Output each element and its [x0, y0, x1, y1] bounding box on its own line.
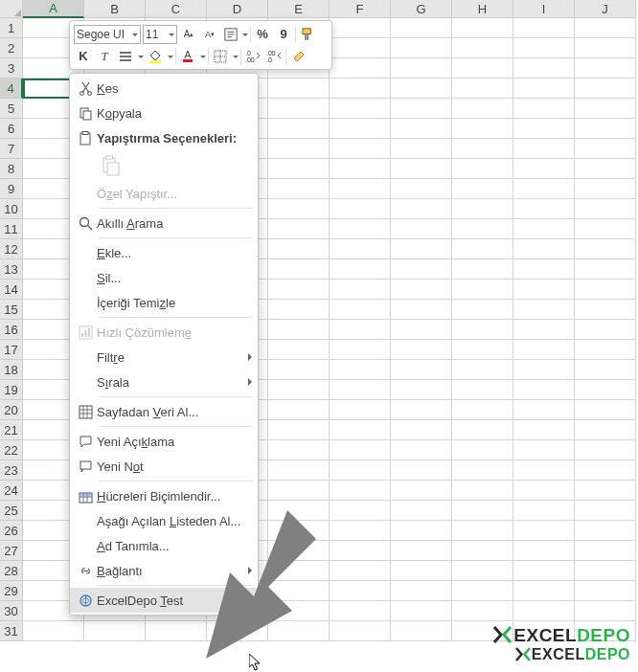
cell[interactable] — [452, 501, 513, 521]
cell[interactable] — [391, 159, 452, 179]
cell[interactable] — [391, 280, 452, 300]
cell[interactable] — [575, 18, 636, 38]
cell[interactable] — [268, 199, 330, 219]
cell[interactable] — [330, 460, 391, 481]
cell[interactable] — [452, 481, 513, 501]
row-header-11[interactable]: 11 — [0, 219, 23, 239]
row-header-5[interactable]: 5 — [0, 99, 23, 119]
cell[interactable] — [391, 78, 452, 99]
col-header-I[interactable]: I — [513, 0, 575, 18]
cell[interactable] — [268, 501, 330, 521]
cell[interactable] — [268, 300, 330, 320]
cell[interactable] — [268, 280, 330, 300]
cell[interactable] — [330, 159, 391, 179]
col-header-A[interactable]: A — [23, 0, 84, 18]
cell[interactable] — [330, 440, 391, 460]
col-header-H[interactable]: H — [452, 0, 513, 18]
cell[interactable] — [207, 621, 268, 641]
cell[interactable] — [513, 601, 575, 621]
cell[interactable] — [391, 501, 452, 521]
cell[interactable] — [513, 360, 575, 380]
cell[interactable] — [268, 340, 330, 360]
cell[interactable] — [391, 581, 452, 601]
cell[interactable] — [513, 139, 575, 159]
cell[interactable] — [513, 561, 575, 581]
menu-format-cells[interactable]: Hücreleri Biçimlendir... — [70, 483, 258, 508]
cell[interactable] — [330, 239, 391, 259]
cell[interactable] — [391, 521, 452, 541]
cell[interactable] — [268, 420, 330, 440]
cell[interactable] — [268, 380, 330, 400]
cell[interactable] — [513, 420, 575, 440]
cell[interactable] — [513, 501, 575, 521]
cell[interactable] — [268, 99, 330, 119]
row-header-10[interactable]: 10 — [0, 199, 23, 219]
cell[interactable] — [513, 541, 575, 561]
cell[interactable] — [330, 340, 391, 360]
cell[interactable] — [513, 380, 575, 400]
cell[interactable] — [513, 179, 575, 199]
cell[interactable] — [513, 440, 575, 460]
cell[interactable] — [391, 239, 452, 259]
cell[interactable] — [575, 501, 636, 521]
row-header-3[interactable]: 3 — [0, 58, 23, 78]
decrease-decimal-icon[interactable]: .00.0 — [264, 47, 284, 66]
cell[interactable] — [268, 360, 330, 380]
menu-cut[interactable]: Kes — [70, 76, 258, 101]
cell[interactable] — [330, 581, 391, 601]
row-header-26[interactable]: 26 — [0, 521, 23, 541]
row-header-20[interactable]: 20 — [0, 400, 23, 420]
cell[interactable] — [575, 259, 636, 280]
cell[interactable] — [575, 179, 636, 199]
cell[interactable] — [391, 259, 452, 280]
cell[interactable] — [575, 99, 636, 119]
menu-custom-exceldepo[interactable]: ExcelDepo Test — [70, 588, 258, 613]
cell[interactable] — [513, 219, 575, 239]
cell[interactable] — [330, 320, 391, 340]
cell[interactable] — [575, 159, 636, 179]
font-name-dropdown[interactable]: Segoe UI — [74, 25, 141, 44]
row-header-15[interactable]: 15 — [0, 300, 23, 320]
menu-link[interactable]: Bağlantı — [70, 558, 258, 583]
col-header-E[interactable]: E — [268, 0, 330, 18]
cell[interactable] — [330, 621, 391, 641]
cell[interactable] — [330, 18, 391, 38]
cell[interactable] — [330, 521, 391, 541]
row-header-21[interactable]: 21 — [0, 420, 23, 440]
cell[interactable] — [575, 581, 636, 601]
cell[interactable] — [268, 621, 330, 641]
cell[interactable] — [575, 340, 636, 360]
cell[interactable] — [268, 460, 330, 481]
cell[interactable] — [513, 18, 575, 38]
cell[interactable] — [391, 561, 452, 581]
cell[interactable] — [23, 621, 84, 641]
cell[interactable] — [391, 360, 452, 380]
cell[interactable] — [391, 621, 452, 641]
cell[interactable] — [452, 420, 513, 440]
clear-format-icon[interactable] — [288, 47, 308, 66]
cell[interactable] — [575, 139, 636, 159]
cell[interactable] — [268, 481, 330, 501]
cell[interactable] — [268, 601, 330, 621]
cell[interactable] — [575, 280, 636, 300]
menu-pick-from-list[interactable]: Aşağı Açılan Listeden Al... — [70, 508, 258, 533]
font-size-dropdown[interactable]: 11 — [143, 25, 177, 44]
cell[interactable] — [513, 259, 575, 280]
cell[interactable] — [513, 300, 575, 320]
cell[interactable] — [513, 320, 575, 340]
cell[interactable] — [330, 601, 391, 621]
row-header-12[interactable]: 12 — [0, 239, 23, 259]
cell[interactable] — [452, 541, 513, 561]
cell[interactable] — [146, 621, 207, 641]
cell[interactable] — [575, 119, 636, 139]
cell[interactable] — [513, 340, 575, 360]
cell[interactable] — [575, 440, 636, 460]
menu-copy[interactable]: Kopyala — [70, 101, 258, 125]
cell[interactable] — [391, 300, 452, 320]
cell[interactable] — [330, 199, 391, 219]
cell[interactable] — [391, 119, 452, 139]
cell[interactable] — [391, 179, 452, 199]
align-icon[interactable] — [116, 47, 135, 66]
cell[interactable] — [330, 38, 391, 58]
row-header-30[interactable]: 30 — [0, 601, 23, 621]
